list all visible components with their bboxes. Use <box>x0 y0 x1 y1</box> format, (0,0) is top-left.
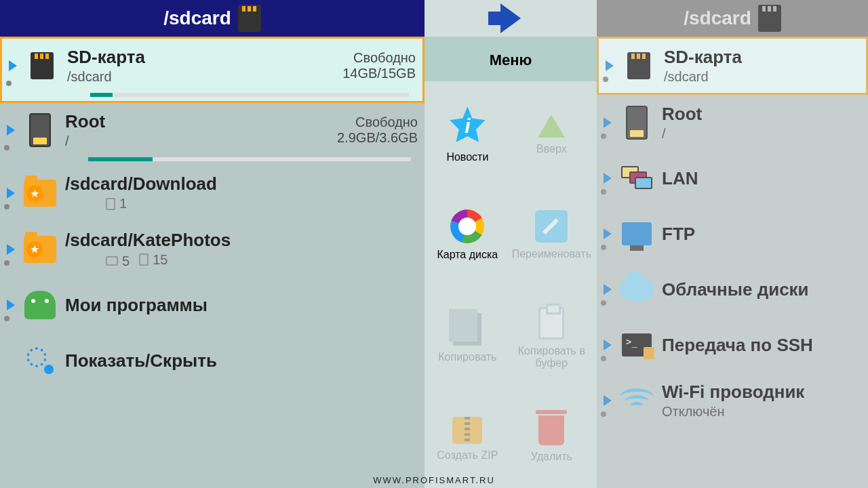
menu-label: Карта диска <box>437 249 498 261</box>
right-item-облачные-диски[interactable]: Облачные диски <box>597 262 868 317</box>
zip-icon <box>452 417 482 444</box>
menu-grid: iНовостиВверхКарта дискаПереименоватьКоп… <box>425 81 597 488</box>
expand-caret-icon[interactable] <box>604 340 612 350</box>
news-icon: i <box>448 106 487 146</box>
expand-caret-icon[interactable] <box>7 188 15 199</box>
menu-disk[interactable]: Карта диска <box>429 188 507 282</box>
sd-card-icon <box>627 52 650 79</box>
left-item--sdcard-download[interactable]: /sdcard/Download1 <box>0 165 425 222</box>
folder-star-icon <box>24 180 56 207</box>
android-icon <box>24 291 56 319</box>
item-title: Облачные диски <box>662 279 861 300</box>
free-value: 2.9GB/3.6GB <box>337 130 418 146</box>
expand-caret-icon[interactable] <box>7 300 15 310</box>
expand-caret-icon[interactable] <box>7 244 15 255</box>
menu-label: Создать ZIP <box>437 449 498 462</box>
item-subtitle: /sdcard <box>664 69 859 85</box>
menu-rename: Переименовать <box>511 188 593 282</box>
left-item-sd-карта[interactable]: SD-карта/sdcardСвободно14GB/15GB <box>0 37 425 103</box>
menu-copy: Копировать <box>429 286 507 390</box>
ssh-icon <box>622 333 652 357</box>
expand-caret-icon[interactable] <box>606 60 614 71</box>
expand-caret-icon[interactable] <box>604 173 612 184</box>
right-item-передача-по-ssh[interactable]: Передача по SSH <box>597 317 868 373</box>
right-item-lan[interactable]: LAN <box>597 150 868 206</box>
menu-trash: Удалить <box>511 394 593 484</box>
left-item-мои-программы[interactable]: Мои программы <box>0 277 425 333</box>
right-item-root[interactable]: Root/ <box>597 95 868 150</box>
item-subtitle: / <box>65 134 329 149</box>
right-path: /sdcard <box>684 7 751 29</box>
item-title: LAN <box>662 168 861 189</box>
phone-icon <box>29 113 51 147</box>
item-title: Root <box>662 104 861 125</box>
free-label: Свободно <box>337 115 418 130</box>
left-list: SD-карта/sdcardСвободно14GB/15GBRoot/Сво… <box>0 37 425 488</box>
item-title: SD-карта <box>67 47 334 68</box>
expand-caret-icon[interactable] <box>604 117 612 128</box>
disk-icon <box>450 209 484 243</box>
cloud-icon <box>620 278 654 301</box>
item-subtitle: /sdcard <box>67 69 334 85</box>
menu-zip: Создать ZIP <box>429 394 507 484</box>
right-item-wi-fi-проводник[interactable]: Wi-Fi проводникОтключён <box>597 373 868 428</box>
item-title: Мои программы <box>65 295 418 316</box>
left-item-root[interactable]: Root/Свободно2.9GB/3.6GB <box>0 103 425 165</box>
sd-card-icon <box>31 52 54 79</box>
menu-column: Меню iНовостиВверхКарта дискаПереименова… <box>425 0 597 488</box>
watermark: WWW.PROFISMART.RU <box>373 475 495 485</box>
expand-caret-icon[interactable] <box>7 125 15 136</box>
copy-icon <box>453 313 481 346</box>
item-subtitle: / <box>662 126 861 142</box>
menu-news[interactable]: iНовости <box>429 85 507 184</box>
trash-icon <box>538 415 564 445</box>
expand-caret-icon[interactable] <box>9 60 17 71</box>
up-icon <box>538 115 565 138</box>
item-title: Передача по SSH <box>662 335 861 356</box>
menu-title: Меню <box>425 37 597 81</box>
item-title: FTP <box>662 224 861 245</box>
clip-icon <box>538 307 564 340</box>
toggle-icon <box>26 347 54 374</box>
rename-icon <box>535 210 568 243</box>
right-item-sd-карта[interactable]: SD-карта/sdcard <box>597 37 868 95</box>
expand-caret-icon[interactable] <box>604 284 612 295</box>
free-label: Свободно <box>342 50 416 66</box>
menu-label: Вверх <box>536 143 567 155</box>
menu-clip: Копировать в буфер <box>511 286 593 390</box>
folder-star-icon <box>24 236 56 263</box>
item-title: Показать/Скрыть <box>65 350 418 371</box>
item-subtitle: Отключён <box>662 404 861 420</box>
ftp-icon <box>622 222 652 245</box>
transfer-direction[interactable] <box>425 0 597 37</box>
right-list: SD-карта/sdcardRoot/LANFTPОблачные диски… <box>597 37 868 488</box>
left-panel: /sdcard SD-карта/sdcardСвободно14GB/15GB… <box>0 0 425 488</box>
menu-label: Новости <box>446 151 488 163</box>
sd-card-icon <box>238 5 261 32</box>
sd-card-icon <box>758 5 781 32</box>
left-header[interactable]: /sdcard <box>0 0 425 37</box>
left-path: /sdcard <box>163 7 231 29</box>
lan-icon <box>621 166 652 190</box>
item-title: /sdcard/Download <box>65 174 418 195</box>
expand-caret-icon[interactable] <box>604 395 612 406</box>
item-title: SD-карта <box>664 47 859 68</box>
free-value: 14GB/15GB <box>342 66 416 81</box>
arrow-right-icon <box>500 3 521 33</box>
expand-caret-icon[interactable] <box>604 228 612 239</box>
phone-icon <box>626 106 648 140</box>
left-item-показать-скрыть[interactable]: Показать/Скрыть <box>0 333 425 388</box>
item-title: Root <box>65 111 329 132</box>
left-item--sdcard-katephotos[interactable]: /sdcard/KatePhotos515 <box>0 222 425 278</box>
menu-label: Копировать в буфер <box>512 345 591 369</box>
right-item-ftp[interactable]: FTP <box>597 206 868 262</box>
menu-label: Удалить <box>531 451 572 463</box>
wifi-icon <box>620 388 654 413</box>
item-title: /sdcard/KatePhotos <box>65 230 418 251</box>
right-header[interactable]: /sdcard <box>597 0 868 37</box>
menu-up: Вверх <box>511 85 593 184</box>
item-title: Wi-Fi проводник <box>662 382 861 403</box>
menu-label: Копировать <box>438 351 496 363</box>
menu-label: Переименовать <box>512 248 591 260</box>
right-panel: /sdcard SD-карта/sdcardRoot/LANFTPОблачн… <box>597 0 868 488</box>
